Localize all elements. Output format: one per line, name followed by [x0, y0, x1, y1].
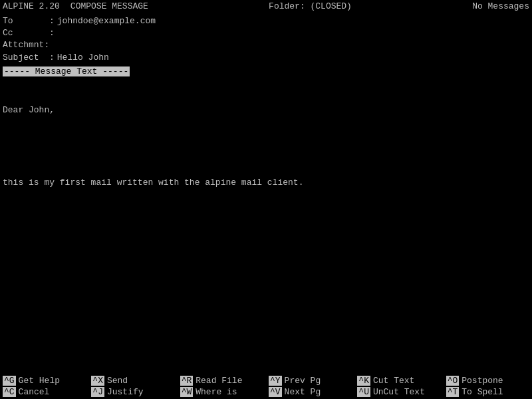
- subject-label: Subject: [3, 52, 49, 64]
- subject-value[interactable]: Hello John: [57, 52, 109, 64]
- footer-key: ^U: [357, 387, 370, 397]
- footer-key: ^Y: [269, 376, 282, 386]
- footer-item[interactable]: ^UUnCut Text: [354, 386, 443, 398]
- to-sep: :: [49, 15, 55, 27]
- footer-key: ^G: [3, 376, 16, 386]
- to-value[interactable]: johndoe@example.com: [57, 15, 156, 27]
- cc-label: Cc: [3, 27, 49, 39]
- footer-label: Where is: [196, 387, 237, 397]
- footer-item[interactable]: ^WWhere is: [178, 386, 266, 398]
- cc-sep: :: [49, 27, 55, 39]
- body-line-2: [3, 141, 529, 153]
- footer-item[interactable]: ^CCancel: [0, 386, 88, 398]
- footer-item[interactable]: ^KCut Text: [354, 375, 443, 386]
- footer-key: ^K: [357, 376, 370, 386]
- footer-item[interactable]: ^YPrev Pg: [266, 375, 354, 386]
- footer-key: ^T: [446, 387, 460, 397]
- footer-label: Next Pg: [285, 387, 321, 397]
- body-line-3: this is my first mail written with the a…: [3, 177, 529, 189]
- footer-label: Cancel: [19, 387, 50, 397]
- footer-label: Justify: [107, 387, 144, 397]
- cc-field-row: Cc :: [3, 27, 529, 39]
- footer-key: ^V: [269, 387, 282, 397]
- footer-item[interactable]: ^OPostpone: [444, 375, 532, 386]
- app: ALPINE 2.20 COMPOSE MESSAGE Folder: (CLO…: [0, 0, 532, 399]
- to-field-row: To : johndoe@example.com: [3, 15, 529, 27]
- message-body[interactable]: Dear John, this is my first mail written…: [3, 80, 529, 213]
- compose-area[interactable]: To : johndoe@example.com Cc : Attchmnt: …: [0, 13, 532, 374]
- footer-item[interactable]: ^RRead File: [178, 375, 266, 386]
- footer-key: ^J: [91, 387, 104, 397]
- footer-item[interactable]: ^XSend: [88, 375, 177, 386]
- compose-mode: COMPOSE MESSAGE: [70, 1, 148, 11]
- footer-key: ^X: [91, 376, 104, 386]
- footer-item[interactable]: ^JJustify: [88, 386, 177, 398]
- footer-key: ^C: [3, 387, 16, 397]
- body-line-1: Dear John,: [3, 104, 529, 116]
- footer-label: UnCut Text: [373, 387, 425, 397]
- footer-key: ^W: [180, 387, 194, 397]
- app-name: ALPINE 2.20: [3, 1, 60, 11]
- footer-item[interactable]: ^VNext Pg: [266, 386, 354, 398]
- footer-label: Get Help: [19, 376, 60, 386]
- messages-info: No Messages: [472, 1, 529, 11]
- folder-info: Folder: (CLOSED): [269, 1, 352, 11]
- footer-label: To Spell: [462, 387, 503, 397]
- attchmnt-label: Attchmnt:: [3, 39, 49, 51]
- subject-sep: :: [49, 52, 55, 64]
- attchmnt-field-row: Attchmnt:: [3, 39, 529, 51]
- footer-item[interactable]: ^GGet Help: [0, 375, 88, 386]
- footer-label: Prev Pg: [285, 376, 321, 386]
- subject-field-row: Subject : Hello John: [3, 52, 529, 64]
- footer-key: ^O: [446, 376, 460, 386]
- footer-label: Send: [107, 376, 128, 386]
- footer-label: Read File: [196, 376, 242, 386]
- footer-label: Cut Text: [373, 376, 414, 386]
- msg-text-header: ----- Message Text -----: [3, 66, 130, 76]
- header-left: ALPINE 2.20 COMPOSE MESSAGE: [3, 1, 148, 11]
- footer-label: Postpone: [462, 376, 503, 386]
- msg-text-header-row: ----- Message Text -----: [3, 65, 529, 79]
- to-label: To: [3, 15, 49, 27]
- footer: ^GGet Help^XSend^RRead File^YPrev Pg^KCu…: [0, 374, 532, 399]
- header: ALPINE 2.20 COMPOSE MESSAGE Folder: (CLO…: [0, 0, 532, 13]
- footer-item[interactable]: ^TTo Spell: [444, 386, 532, 398]
- footer-key: ^R: [180, 376, 194, 386]
